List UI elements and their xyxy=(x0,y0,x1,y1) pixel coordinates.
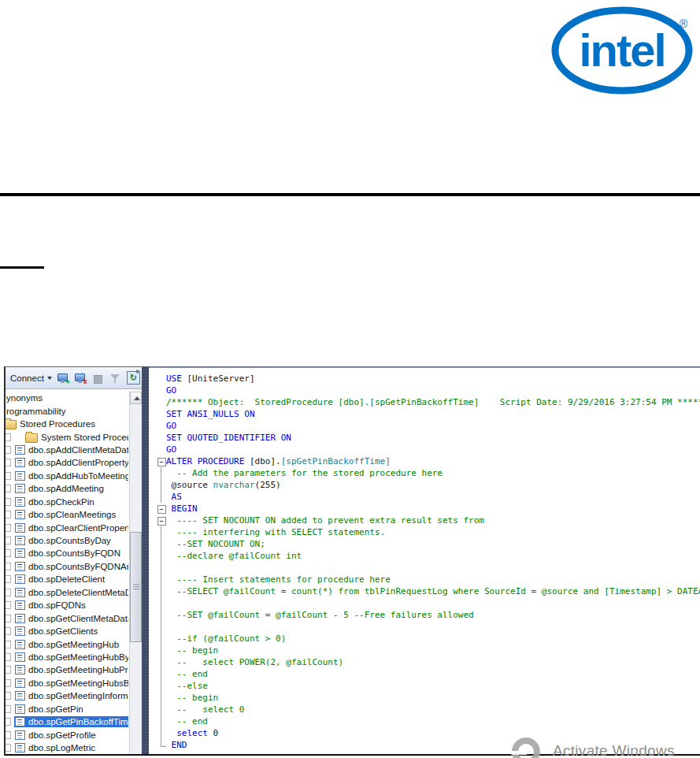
code-line-1[interactable]: USE [UniteServer] xyxy=(149,373,700,385)
code-line-16[interactable]: --declare @failCount int xyxy=(149,550,700,562)
code-line-9[interactable]: -- Add the parameters for the stored pro… xyxy=(149,467,700,479)
code-line-18[interactable]: ---- Insert statements for procedure her… xyxy=(149,574,700,585)
expand-box-icon[interactable] xyxy=(6,575,11,583)
tree-item-dbo-spaddclientproperty[interactable]: dbo.spAddClientProperty xyxy=(6,456,128,469)
code-line-28[interactable]: -- begin xyxy=(149,692,700,704)
code-line-25[interactable]: -- select POWER(2, @failCount) xyxy=(149,656,700,668)
code-line-5[interactable]: GO xyxy=(149,420,700,432)
code-line-12[interactable]: BEGIN xyxy=(149,503,700,515)
stored-procedure-icon xyxy=(15,484,25,493)
expand-box-icon[interactable] xyxy=(6,472,11,480)
refresh-icon[interactable] xyxy=(127,373,139,384)
code-line-7[interactable]: GO xyxy=(149,444,700,455)
code-line-2[interactable]: GO xyxy=(149,385,700,396)
expand-box-icon[interactable] xyxy=(6,601,11,609)
sql-editor[interactable]: USE [UniteServer]GO/****** Object: Store… xyxy=(149,367,700,754)
code-line-22[interactable] xyxy=(149,621,700,633)
code-line-10[interactable]: @source nvarchar(255) xyxy=(149,479,700,491)
fold-margin xyxy=(155,538,166,550)
expand-box-icon[interactable] xyxy=(6,666,11,674)
tree-item-dbo-spaddhubtomeeting[interactable]: dbo.spAddHubToMeeting xyxy=(6,470,128,482)
fold-collapse-icon[interactable] xyxy=(155,515,166,526)
expand-box-icon[interactable] xyxy=(6,537,11,544)
expand-box-icon[interactable] xyxy=(6,627,11,635)
tree-item-system-stored-procedures[interactable]: System Stored Procedures xyxy=(6,430,128,443)
code-line-21[interactable]: --SET @failCount = @failCount - 5 --Free… xyxy=(149,609,700,621)
tree-item-dbo-spcountsbyfqdn[interactable]: dbo.spCountsByFQDN xyxy=(6,547,128,559)
expand-box-icon[interactable] xyxy=(6,705,11,713)
expand-box-icon[interactable] xyxy=(6,446,11,454)
tree-item-rogrammability[interactable]: rogrammability xyxy=(6,404,128,417)
code-line-15[interactable]: --SET NOCOUNT ON; xyxy=(149,538,700,550)
fold-collapse-icon[interactable] xyxy=(155,455,166,467)
tree-item-dbo-spdeleteclient[interactable]: dbo.spDeleteClient xyxy=(6,573,128,585)
expand-box-icon[interactable] xyxy=(6,524,11,532)
expand-box-icon[interactable] xyxy=(6,653,11,661)
tree-item-dbo-spcleanmeetings[interactable]: dbo.spCleanMeetings xyxy=(6,508,128,521)
tree-item-dbo-spgetmeetinghubprop[interactable]: dbo.spGetMeetingHubProp xyxy=(6,663,128,676)
code-line-13[interactable]: ---- SET NOCOUNT ON added to prevent ext… xyxy=(149,515,700,526)
expand-box-icon[interactable] xyxy=(6,498,11,506)
expand-box-icon[interactable] xyxy=(6,718,11,726)
tree-item-dbo-spgetmeetinginformat[interactable]: dbo.spGetMeetingInformat xyxy=(6,689,128,702)
expand-box-icon[interactable] xyxy=(6,731,11,739)
tree-item-dbo-spgetpin[interactable]: dbo.spGetPin xyxy=(6,703,128,715)
toolbar-overflow-icon[interactable] xyxy=(135,370,142,374)
tree-item-dbo-spaddclientmetadata[interactable]: dbo.spAddClientMetaData xyxy=(6,444,128,456)
tree-item-dbo-spaddmeeting[interactable]: dbo.spAddMeeting xyxy=(6,482,128,495)
connect-button[interactable]: Connect xyxy=(10,373,52,383)
tree-vertical-scrollbar[interactable] xyxy=(129,392,142,754)
filter-icon[interactable] xyxy=(109,373,121,384)
tree-item-dbo-spgetclients[interactable]: dbo.spGetClients xyxy=(6,625,128,637)
tree-item-dbo-spfqdns[interactable]: dbo.spFQDNs xyxy=(6,599,128,611)
fold-collapse-icon[interactable] xyxy=(155,503,166,515)
tree-item-dbo-splogmetric[interactable]: dbo.spLogMetric xyxy=(6,741,128,754)
code-line-27[interactable]: --else xyxy=(149,680,700,692)
expand-box-icon[interactable] xyxy=(6,459,11,466)
code-line-17[interactable] xyxy=(149,562,700,574)
tree-item-dbo-spdeleteclientmetadat[interactable]: dbo.spDeleteClientMetaDat xyxy=(6,586,128,599)
code-line-6[interactable]: SET QUOTED_IDENTIFIER ON xyxy=(149,432,700,444)
disconnect-server-icon[interactable] xyxy=(75,373,87,384)
code-line-8[interactable]: ALTER PROCEDURE [dbo].[spGetPinBackoffTi… xyxy=(149,455,700,467)
code-line-14[interactable]: ---- interfering with SELECT statements. xyxy=(149,526,700,538)
code-line-4[interactable]: SET ANSI_NULLS ON xyxy=(149,408,700,420)
tree-item-dbo-spcountsbyday[interactable]: dbo.spCountsByDay xyxy=(6,534,128,547)
tree-item-stored-procedures[interactable]: Stored Procedures xyxy=(6,418,128,430)
code-line-3[interactable]: /****** Object: StoredProcedure [dbo].[s… xyxy=(149,396,700,408)
tree-item-dbo-spgetclientmetadata[interactable]: dbo.spGetClientMetaData xyxy=(6,611,128,624)
tree-item-dbo-spgetmeetinghubsbyn[interactable]: dbo.spGetMeetingHubsByN xyxy=(6,677,128,689)
panel-splitter[interactable] xyxy=(142,367,149,754)
expand-box-icon[interactable] xyxy=(6,615,11,622)
tree-item-dbo-spgetpinbackofftime[interactable]: dbo.spGetPinBackoffTime xyxy=(6,715,128,728)
tree-item-ynonyms[interactable]: ynonyms xyxy=(6,392,128,404)
tree-item-dbo-spclearclientpropertie[interactable]: dbo.spClearClientPropertie xyxy=(6,521,128,533)
tree-item-dbo-spgetmeetinghubbyf[interactable]: dbo.spGetMeetingHubByF xyxy=(6,651,128,663)
code-line-30[interactable]: -- end xyxy=(149,715,700,727)
stored-procedure-icon xyxy=(15,536,25,545)
expand-box-icon[interactable] xyxy=(6,433,11,441)
code-line-11[interactable]: AS xyxy=(149,491,700,503)
expand-box-icon[interactable] xyxy=(6,692,11,700)
expand-box-icon[interactable] xyxy=(6,744,11,752)
tree-item-dbo-spcheckpin[interactable]: dbo.spCheckPin xyxy=(6,496,128,508)
expand-box-icon[interactable] xyxy=(6,641,11,648)
code-line-24[interactable]: -- begin xyxy=(149,645,700,656)
expand-box-icon[interactable] xyxy=(6,485,11,492)
code-line-19[interactable]: --SELECT @failCount = count(*) from tblP… xyxy=(149,585,700,597)
code-line-20[interactable] xyxy=(149,597,700,609)
code-line-29[interactable]: -- select 0 xyxy=(149,704,700,715)
tree-item-dbo-spgetmeetinghub[interactable]: dbo.spGetMeetingHub xyxy=(6,637,128,650)
scrollbar-up-arrow-icon[interactable] xyxy=(130,392,142,404)
expand-box-icon[interactable] xyxy=(6,511,11,518)
connect-server-icon[interactable] xyxy=(57,373,69,384)
code-line-23[interactable]: --if (@failCount > 0) xyxy=(149,633,700,645)
expand-box-icon[interactable] xyxy=(6,563,11,570)
scrollbar-thumb[interactable] xyxy=(130,532,142,642)
expand-box-icon[interactable] xyxy=(6,549,11,557)
expand-box-icon[interactable] xyxy=(6,679,11,687)
expand-box-icon[interactable] xyxy=(6,589,11,596)
code-line-26[interactable]: -- end xyxy=(149,668,700,680)
tree-item-dbo-spgetprofile[interactable]: dbo.spGetProfile xyxy=(6,728,128,741)
tree-item-dbo-spcountsbyfqdnand[interactable]: dbo.spCountsByFQDNAnd xyxy=(6,560,128,573)
